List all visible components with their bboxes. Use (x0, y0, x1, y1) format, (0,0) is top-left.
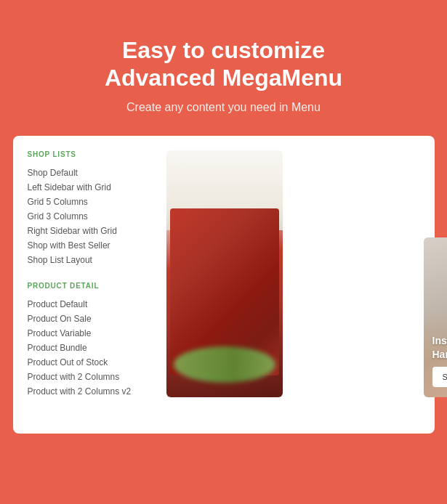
shop-list-item[interactable]: Shop with Best Seller (28, 238, 155, 253)
shop-list-item[interactable]: Left Sidebar with Grid (28, 180, 155, 195)
shop-list-menu: Shop DefaultLeft Sidebar with GridGrid 5… (28, 166, 155, 267)
product-detail-item[interactable]: Product Variable (28, 326, 155, 341)
product-detail-item[interactable]: Product with 2 Columns (28, 370, 155, 384)
title-line2: Advanced MegaMenu (105, 65, 342, 91)
left-panel: SHOP LISTS Shop DefaultLeft Sidebar with… (28, 150, 155, 419)
product-detail-item[interactable]: Product Default (28, 297, 155, 312)
ad-text: Instant Hand Sanitizer (432, 334, 448, 360)
shop-now-button[interactable]: Shop now (432, 367, 448, 387)
shop-list-item[interactable]: Grid 3 Columns (28, 209, 155, 224)
ad-title: Instant Hand Sanitizer (432, 334, 448, 360)
shop-list-item[interactable]: Right Sidebar with Grid (28, 224, 155, 238)
food-image (166, 150, 283, 397)
product-detail-menu: Product DefaultProduct On SaleProduct Va… (28, 297, 155, 399)
shop-list-item[interactable]: Grid 5 Columns (28, 195, 155, 209)
main-card: SHOP LISTS Shop DefaultLeft Sidebar with… (13, 136, 435, 434)
main-title: Easy to customize Advanced MegaMenu (105, 36, 342, 92)
header-section: Easy to customize Advanced MegaMenu Crea… (90, 0, 357, 136)
shop-list-item[interactable]: Shop List Layout (28, 253, 155, 267)
ad-banner: Instant Hand Sanitizer Shop now (424, 237, 448, 397)
title-line1: Easy to customize (122, 37, 325, 63)
shop-lists-label: SHOP LISTS (28, 150, 155, 158)
product-detail-item[interactable]: Product Out of Stock (28, 355, 155, 370)
product-detail-item[interactable]: Product with 2 Columns v2 (28, 384, 155, 399)
product-detail-label: PRODUCT DETAIL (28, 282, 155, 290)
shop-list-item[interactable]: Shop Default (28, 166, 155, 180)
product-detail-item[interactable]: Product Bundle (28, 341, 155, 355)
subtitle: Create any content you need in Menu (105, 101, 342, 114)
right-area (166, 150, 420, 419)
product-detail-item[interactable]: Product On Sale (28, 312, 155, 326)
